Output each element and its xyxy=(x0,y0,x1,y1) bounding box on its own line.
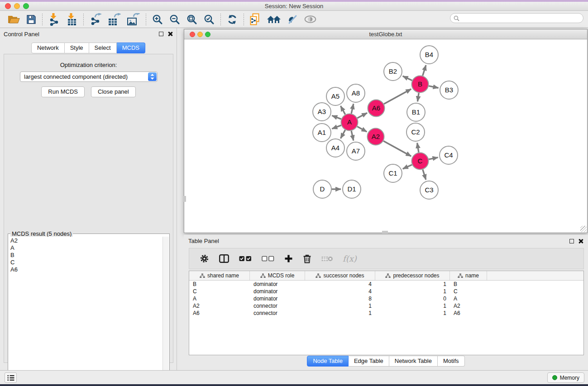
result-scrollbar[interactable] xyxy=(163,237,169,386)
table-cell[interactable]: A xyxy=(189,295,250,302)
tab-style[interactable]: Style xyxy=(65,43,89,53)
graph-node-B4[interactable]: B4 xyxy=(420,46,438,64)
graph-edge-C-C4[interactable] xyxy=(429,157,438,159)
graph-edge-A-A2[interactable] xyxy=(357,126,367,132)
table-row[interactable]: Bdominator41B xyxy=(189,281,583,288)
graph-node-B2[interactable]: B2 xyxy=(384,62,402,81)
graph-edge-B-B2[interactable] xyxy=(403,76,412,81)
network-window-titlebar[interactable]: testGlobe.txt xyxy=(184,29,587,39)
column-header-predecessor-nodes[interactable]: predecessor nodes xyxy=(375,271,450,280)
table-cell[interactable]: C xyxy=(189,288,250,295)
table-cell[interactable]: dominator xyxy=(250,288,305,295)
minimize-window-button[interactable] xyxy=(14,3,20,9)
table-row[interactable]: Cdominator41C xyxy=(189,288,583,295)
add-row-plus-icon[interactable] xyxy=(284,254,293,263)
deselect-all-icon[interactable] xyxy=(262,256,274,262)
graph-edge-A-A3[interactable] xyxy=(332,115,341,119)
graph-node-B1[interactable]: B1 xyxy=(407,103,425,121)
graph-node-C4[interactable]: C4 xyxy=(440,146,458,164)
graph-node-A2[interactable]: A2 xyxy=(368,129,384,145)
table-cell[interactable]: 1 xyxy=(305,302,375,310)
tab-node-table[interactable]: Node Table xyxy=(307,356,349,367)
network-graph[interactable]: B4B2BB3A8A5A6A3B1AC2A1A2A4A7C4CC1C3DD1 xyxy=(184,39,587,233)
graph-edge-C-C3[interactable] xyxy=(423,170,426,180)
graph-edge-A-A7[interactable] xyxy=(351,131,354,141)
tab-network[interactable]: Network xyxy=(31,43,65,53)
import-table-icon[interactable] xyxy=(67,12,77,27)
graph-node-C3[interactable]: C3 xyxy=(420,181,438,199)
table-cell[interactable]: connector xyxy=(250,310,305,317)
column-header-successor-nodes[interactable]: successor nodes xyxy=(305,271,375,280)
network-minimize-button[interactable] xyxy=(197,32,203,37)
run-mcds-button[interactable]: Run MCDS xyxy=(41,86,85,97)
table-cell[interactable]: B xyxy=(450,281,487,288)
show-hide-eye-icon[interactable] xyxy=(304,12,316,27)
home-layout-icon[interactable] xyxy=(267,12,281,27)
search-field[interactable] xyxy=(450,13,583,23)
table-cell[interactable]: 1 xyxy=(375,310,450,317)
graph-edge-C-C2[interactable] xyxy=(417,143,419,152)
network-zoom-button[interactable] xyxy=(205,32,210,37)
table-cell[interactable]: 1 xyxy=(375,281,450,288)
graph-node-D1[interactable]: D1 xyxy=(343,180,361,198)
graph-node-A8[interactable]: A8 xyxy=(347,84,365,102)
column-header-name[interactable]: name xyxy=(450,271,487,280)
zoom-fit-icon[interactable] xyxy=(186,12,197,27)
mcds-result-item[interactable]: C xyxy=(9,258,163,266)
graph-node-C2[interactable]: C2 xyxy=(406,123,425,141)
graph-edge-A-A5[interactable] xyxy=(340,106,345,114)
network-close-button[interactable] xyxy=(190,32,195,37)
graphics-details-icon[interactable] xyxy=(287,12,298,27)
table-cell[interactable]: 1 xyxy=(375,302,450,310)
close-panel-button[interactable]: Close panel xyxy=(91,86,136,97)
graph-edge-B-B4[interactable] xyxy=(423,65,426,76)
table-settings-gear-icon[interactable] xyxy=(200,254,209,263)
memory-button[interactable]: Memory xyxy=(547,372,584,383)
graph-node-A4[interactable]: A4 xyxy=(326,139,344,157)
table-cell[interactable]: 4 xyxy=(305,288,375,295)
graph-edge-C-C1[interactable] xyxy=(403,165,412,169)
import-network-icon[interactable] xyxy=(48,12,60,27)
table-cell[interactable]: connector xyxy=(250,302,305,310)
refresh-icon[interactable] xyxy=(227,12,238,27)
export-image-icon[interactable] xyxy=(127,12,140,27)
column-header-MCDS-role[interactable]: MCDS role xyxy=(250,271,305,280)
graph-node-A6[interactable]: A6 xyxy=(368,100,385,117)
table-cell[interactable]: A2 xyxy=(450,302,487,310)
table-cell[interactable]: 0 xyxy=(375,295,450,302)
zoom-window-button[interactable] xyxy=(23,3,29,9)
graph-edge-A-A1[interactable] xyxy=(332,125,341,129)
table-cell[interactable]: 8 xyxy=(305,295,375,302)
mcds-result-item[interactable]: A6 xyxy=(9,266,163,273)
zoom-out-icon[interactable] xyxy=(169,12,180,27)
close-window-button[interactable] xyxy=(5,3,11,9)
table-row[interactable]: A6connector11A6 xyxy=(189,310,583,317)
graph-node-A5[interactable]: A5 xyxy=(326,87,344,105)
select-all-icon[interactable] xyxy=(239,256,252,262)
graph-edge-A-A6[interactable] xyxy=(357,113,367,118)
tab-select[interactable]: Select xyxy=(89,43,117,53)
table-cell[interactable]: dominator xyxy=(250,281,305,288)
table-cell[interactable]: B xyxy=(189,281,250,288)
table-row[interactable]: Adominator80A xyxy=(189,295,583,302)
mcds-result-item[interactable]: A xyxy=(9,244,163,251)
tab-mcds[interactable]: MCDS xyxy=(117,43,145,53)
open-session-icon[interactable] xyxy=(8,12,20,27)
graph-node-C[interactable]: C xyxy=(412,153,429,170)
delete-row-trash-icon[interactable] xyxy=(303,254,311,263)
graph-edge-B-B1[interactable] xyxy=(417,93,419,101)
window-resize-grip[interactable] xyxy=(580,226,587,232)
graph-node-A3[interactable]: A3 xyxy=(313,103,331,121)
mcds-result-item[interactable]: B xyxy=(9,251,163,258)
column-header-shared-name[interactable]: shared name xyxy=(189,271,250,280)
tab-network-table[interactable]: Network Table xyxy=(389,356,438,367)
graph-edge-A-A8[interactable] xyxy=(351,104,354,114)
tab-motifs[interactable]: Motifs xyxy=(438,356,465,367)
duplicate-network-icon[interactable] xyxy=(250,12,260,27)
graph-edge-A6-B[interactable] xyxy=(384,89,411,104)
show-columns-icon[interactable] xyxy=(219,254,229,263)
zoom-selected-icon[interactable] xyxy=(204,12,215,27)
network-canvas[interactable]: B4B2BB3A8A5A6A3B1AC2A1A2A4A7C4CC1C3DD1 xyxy=(184,39,587,233)
table-cell[interactable]: A xyxy=(450,295,487,302)
table-float-panel-icon[interactable] xyxy=(569,239,574,243)
